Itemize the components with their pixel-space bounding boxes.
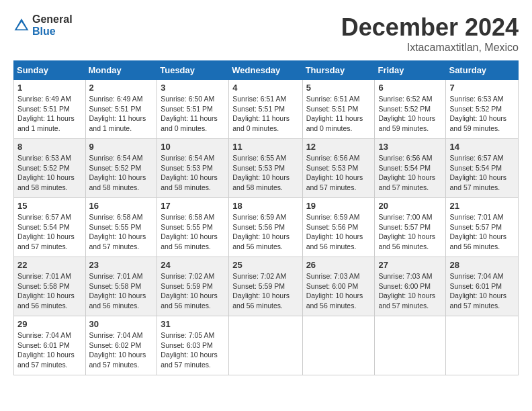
day-info: Sunrise: 6:57 AMSunset: 5:54 PMDaylight:… [449, 154, 506, 191]
logo: General Blue [13, 13, 73, 37]
day-number: 13 [378, 142, 442, 152]
day-number: 20 [378, 201, 442, 211]
calendar-body: 1 Sunrise: 6:49 AMSunset: 5:51 PMDayligh… [14, 80, 519, 375]
day-info: Sunrise: 7:01 AMSunset: 5:57 PMDaylight:… [449, 213, 506, 250]
calendar-cell: 26 Sunrise: 7:03 AMSunset: 6:00 PMDaylig… [302, 257, 375, 316]
calendar-cell: 25 Sunrise: 7:02 AMSunset: 5:59 PMDaylig… [229, 257, 302, 316]
week-row-5: 29 Sunrise: 7:04 AMSunset: 6:01 PMDaylig… [14, 316, 519, 375]
day-number: 14 [449, 142, 515, 152]
day-info: Sunrise: 6:53 AMSunset: 5:52 PMDaylight:… [17, 154, 75, 191]
calendar-cell: 24 Sunrise: 7:02 AMSunset: 5:59 PMDaylig… [157, 257, 229, 316]
calendar-cell: 22 Sunrise: 7:01 AMSunset: 5:58 PMDaylig… [14, 257, 86, 316]
day-info: Sunrise: 6:59 AMSunset: 5:56 PMDaylight:… [232, 213, 290, 250]
day-number: 5 [306, 83, 371, 93]
day-number: 29 [17, 319, 82, 329]
day-number: 18 [232, 201, 298, 211]
day-number: 10 [161, 142, 225, 152]
day-number: 16 [89, 201, 154, 211]
calendar-cell: 8 Sunrise: 6:53 AMSunset: 5:52 PMDayligh… [14, 139, 86, 198]
calendar-cell: 23 Sunrise: 7:01 AMSunset: 5:58 PMDaylig… [85, 257, 157, 316]
calendar-cell: 27 Sunrise: 7:03 AMSunset: 6:00 PMDaylig… [375, 257, 446, 316]
day-number: 17 [161, 201, 225, 211]
day-info: Sunrise: 6:53 AMSunset: 5:52 PMDaylight:… [449, 95, 506, 132]
weekday-friday: Friday [375, 61, 446, 80]
calendar-cell: 3 Sunrise: 6:50 AMSunset: 5:51 PMDayligh… [157, 80, 229, 139]
day-info: Sunrise: 6:54 AMSunset: 5:53 PMDaylight:… [161, 154, 218, 191]
calendar-cell: 2 Sunrise: 6:49 AMSunset: 5:51 PMDayligh… [85, 80, 157, 139]
day-info: Sunrise: 6:51 AMSunset: 5:51 PMDaylight:… [306, 95, 363, 132]
day-number: 26 [306, 260, 371, 270]
day-number: 23 [89, 260, 154, 270]
calendar-cell: 7 Sunrise: 6:53 AMSunset: 5:52 PMDayligh… [446, 80, 519, 139]
day-info: Sunrise: 6:56 AMSunset: 5:53 PMDaylight:… [306, 154, 363, 191]
calendar-cell: 9 Sunrise: 6:54 AMSunset: 5:52 PMDayligh… [85, 139, 157, 198]
day-info: Sunrise: 7:01 AMSunset: 5:58 PMDaylight:… [89, 272, 146, 310]
day-info: Sunrise: 6:58 AMSunset: 5:55 PMDaylight:… [89, 213, 146, 250]
day-info: Sunrise: 6:52 AMSunset: 5:52 PMDaylight:… [378, 95, 435, 132]
day-number: 22 [17, 260, 82, 270]
logo-general-text: General [32, 13, 73, 26]
day-number: 1 [17, 83, 82, 93]
day-info: Sunrise: 7:00 AMSunset: 5:57 PMDaylight:… [378, 213, 435, 250]
day-info: Sunrise: 6:51 AMSunset: 5:51 PMDaylight:… [232, 95, 290, 132]
calendar-cell: 18 Sunrise: 6:59 AMSunset: 5:56 PMDaylig… [229, 198, 302, 257]
day-number: 31 [161, 319, 225, 329]
calendar-cell: 21 Sunrise: 7:01 AMSunset: 5:57 PMDaylig… [446, 198, 519, 257]
calendar-cell: 20 Sunrise: 7:00 AMSunset: 5:57 PMDaylig… [375, 198, 446, 257]
day-info: Sunrise: 7:01 AMSunset: 5:58 PMDaylight:… [17, 272, 75, 310]
calendar-cell: 6 Sunrise: 6:52 AMSunset: 5:52 PMDayligh… [375, 80, 446, 139]
day-number: 25 [232, 260, 298, 270]
day-number: 12 [306, 142, 371, 152]
week-row-4: 22 Sunrise: 7:01 AMSunset: 5:58 PMDaylig… [14, 257, 519, 316]
day-info: Sunrise: 7:03 AMSunset: 6:00 PMDaylight:… [378, 272, 435, 310]
weekday-wednesday: Wednesday [229, 61, 302, 80]
calendar-cell: 16 Sunrise: 6:58 AMSunset: 5:55 PMDaylig… [85, 198, 157, 257]
calendar-cell: 11 Sunrise: 6:55 AMSunset: 5:53 PMDaylig… [229, 139, 302, 198]
day-info: Sunrise: 6:54 AMSunset: 5:52 PMDaylight:… [89, 154, 146, 191]
day-info: Sunrise: 6:49 AMSunset: 5:51 PMDaylight:… [89, 95, 146, 132]
calendar-cell: 17 Sunrise: 6:58 AMSunset: 5:55 PMDaylig… [157, 198, 229, 257]
day-number: 4 [232, 83, 298, 93]
day-number: 8 [17, 142, 82, 152]
calendar-cell: 12 Sunrise: 6:56 AMSunset: 5:53 PMDaylig… [302, 139, 375, 198]
weekday-header-row: SundayMondayTuesdayWednesdayThursdayFrid… [14, 61, 519, 80]
calendar-cell: 19 Sunrise: 6:59 AMSunset: 5:56 PMDaylig… [302, 198, 375, 257]
calendar-cell: 5 Sunrise: 6:51 AMSunset: 5:51 PMDayligh… [302, 80, 375, 139]
location-title: Ixtacamaxtitlan, Mexico [341, 42, 519, 54]
page-header: General Blue December 2024 Ixtacamaxtitl… [13, 13, 519, 54]
logo-icon [13, 17, 30, 34]
day-info: Sunrise: 6:49 AMSunset: 5:51 PMDaylight:… [17, 95, 75, 132]
day-info: Sunrise: 7:04 AMSunset: 6:01 PMDaylight:… [17, 331, 75, 369]
calendar-cell: 31 Sunrise: 7:05 AMSunset: 6:03 PMDaylig… [157, 316, 229, 375]
day-number: 2 [89, 83, 154, 93]
day-number: 24 [161, 260, 225, 270]
calendar-cell: 1 Sunrise: 6:49 AMSunset: 5:51 PMDayligh… [14, 80, 86, 139]
day-number: 3 [161, 83, 225, 93]
weekday-sunday: Sunday [14, 61, 86, 80]
calendar-cell [375, 316, 446, 375]
day-number: 6 [378, 83, 442, 93]
day-info: Sunrise: 6:56 AMSunset: 5:54 PMDaylight:… [378, 154, 435, 191]
day-number: 28 [449, 260, 515, 270]
calendar-cell: 28 Sunrise: 7:04 AMSunset: 6:01 PMDaylig… [446, 257, 519, 316]
day-number: 21 [449, 201, 515, 211]
logo-blue-text: Blue [32, 26, 73, 38]
calendar-cell [302, 316, 375, 375]
calendar-cell: 30 Sunrise: 7:04 AMSunset: 6:02 PMDaylig… [85, 316, 157, 375]
day-info: Sunrise: 7:02 AMSunset: 5:59 PMDaylight:… [161, 272, 218, 310]
day-info: Sunrise: 7:04 AMSunset: 6:01 PMDaylight:… [449, 272, 506, 310]
day-number: 9 [89, 142, 154, 152]
calendar-cell: 29 Sunrise: 7:04 AMSunset: 6:01 PMDaylig… [14, 316, 86, 375]
day-number: 30 [89, 319, 154, 329]
calendar-cell: 13 Sunrise: 6:56 AMSunset: 5:54 PMDaylig… [375, 139, 446, 198]
weekday-thursday: Thursday [302, 61, 375, 80]
week-row-2: 8 Sunrise: 6:53 AMSunset: 5:52 PMDayligh… [14, 139, 519, 198]
week-row-1: 1 Sunrise: 6:49 AMSunset: 5:51 PMDayligh… [14, 80, 519, 139]
day-info: Sunrise: 6:59 AMSunset: 5:56 PMDaylight:… [306, 213, 363, 250]
day-info: Sunrise: 7:03 AMSunset: 6:00 PMDaylight:… [306, 272, 363, 310]
title-block: December 2024 Ixtacamaxtitlan, Mexico [341, 13, 519, 54]
weekday-tuesday: Tuesday [157, 61, 229, 80]
calendar-cell: 15 Sunrise: 6:57 AMSunset: 5:54 PMDaylig… [14, 198, 86, 257]
calendar-cell: 4 Sunrise: 6:51 AMSunset: 5:51 PMDayligh… [229, 80, 302, 139]
calendar-cell: 10 Sunrise: 6:54 AMSunset: 5:53 PMDaylig… [157, 139, 229, 198]
